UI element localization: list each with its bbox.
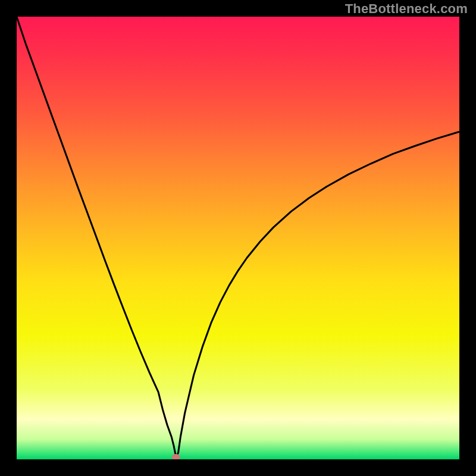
chart-background bbox=[17, 17, 459, 459]
chart-svg bbox=[17, 17, 459, 459]
watermark-text: TheBottleneck.com bbox=[345, 1, 468, 17]
chart-frame: TheBottleneck.com bbox=[0, 0, 476, 476]
chart-plot bbox=[17, 17, 459, 459]
